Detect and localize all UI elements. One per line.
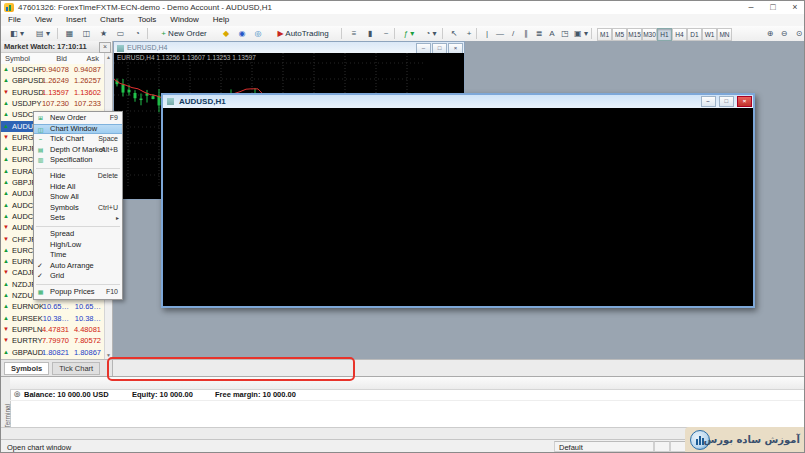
cursor-icon[interactable]: ↖: [446, 27, 462, 41]
child-close-icon[interactable]: ×: [737, 96, 752, 107]
bars-icon[interactable]: ≡: [346, 27, 362, 41]
market-watch-header: Market Watch: 17:10:11: [1, 41, 112, 53]
market-watch-row[interactable]: ▲EURNOK10.65…10.65…: [1, 301, 105, 312]
market-watch-close-icon[interactable]: ×: [99, 42, 111, 53]
market-watch-tab-tick-chart[interactable]: Tick Chart: [52, 362, 100, 375]
menu-item-symbols[interactable]: SymbolsCtrl+U: [34, 203, 122, 214]
menu-item-popup-prices[interactable]: ▦Popup PricesF10: [34, 287, 122, 298]
eurusd-title-bar[interactable]: EURUSD,H4–□×: [114, 42, 464, 53]
market-watch-row[interactable]: ▲GBPAUD1.808211.80867: [1, 347, 105, 358]
scroll-up-icon[interactable]: ▲: [105, 54, 112, 60]
new-order-icon: ⊞: [36, 114, 45, 122]
market-watch-icon: ▦: [66, 29, 74, 38]
eurusd-title: EURUSD,H4: [127, 44, 167, 51]
menu-item-high-low[interactable]: High/Low: [34, 240, 122, 251]
market-watch-row[interactable]: ▼EURUSD1.135971.13602: [1, 87, 105, 98]
expert-advisors-icon[interactable]: ◉: [234, 27, 250, 41]
menu-item-hide[interactable]: HideDelete: [34, 171, 122, 182]
navigator-icon[interactable]: ★: [95, 27, 112, 41]
profile-cell[interactable]: Default: [554, 441, 654, 452]
strategy-tester-icon: ◔: [135, 29, 140, 38]
menu-file[interactable]: File: [1, 14, 28, 25]
fibo-icon[interactable]: ≣: [532, 27, 546, 41]
menu-item-show-all[interactable]: Show All: [34, 192, 122, 203]
market-watch-row[interactable]: ▼EURTRY7.799707.80572: [1, 335, 105, 346]
timeframe-w1[interactable]: W1: [702, 28, 717, 41]
market-watch-icon[interactable]: ▦: [61, 27, 78, 41]
column-ask[interactable]: Ask: [86, 54, 99, 63]
indicators-button[interactable]: ƒ ▾: [398, 27, 420, 41]
trendline-icon: /: [512, 29, 514, 38]
menu-item-depth-of-market[interactable]: ▤Depth Of MarketAlt+B: [34, 145, 122, 156]
menu-item-chart-window[interactable]: ◫Chart Window: [34, 124, 122, 135]
timeframe-m1[interactable]: M1: [597, 28, 612, 41]
menu-item-hide-all[interactable]: Hide All: [34, 182, 122, 193]
timeframe-h4[interactable]: H4: [672, 28, 687, 41]
timeframe-h1[interactable]: H1: [657, 28, 672, 41]
market-watch-row[interactable]: ▲USDJPY107.230107.233: [1, 98, 105, 109]
menu-item-new-order[interactable]: ⊞New OrderF9: [34, 113, 122, 124]
menu-item-tick-chart[interactable]: ~Tick ChartSpace: [34, 134, 122, 145]
navigator-icon: ★: [100, 29, 107, 38]
autotrading-button[interactable]: ▶ AutoTrading: [267, 27, 339, 41]
child-restore-icon[interactable]: □: [719, 96, 734, 107]
metaeditor-icon[interactable]: ◆: [218, 27, 234, 41]
menu-window[interactable]: Window: [163, 14, 205, 25]
menu-insert[interactable]: Insert: [59, 14, 93, 25]
app-icon: [4, 3, 14, 12]
channel-icon[interactable]: ∥: [519, 27, 533, 41]
audusd-title-bar[interactable]: AUDUSD,H1 – □ ×: [163, 95, 753, 108]
market-watch-row[interactable]: ▼EURPLN4.478314.48081: [1, 324, 105, 335]
market-watch-row[interactable]: ▲GBPUSD1.262491.26257: [1, 75, 105, 86]
periods-button[interactable]: ◔ ▾: [420, 27, 442, 41]
close-icon[interactable]: ×: [784, 1, 805, 14]
zoom-in-icon[interactable]: ⊕: [763, 27, 777, 41]
timeframe-m5[interactable]: M5: [612, 28, 627, 41]
timeframe-m15[interactable]: M15: [627, 28, 642, 41]
audusd-chart-body[interactable]: [163, 108, 753, 306]
market-watch-tab-symbols[interactable]: Symbols: [4, 362, 49, 375]
timeframe-mn[interactable]: MN: [717, 28, 732, 41]
profiles-button[interactable]: ▤ ▾: [30, 27, 56, 41]
menu-item-specification[interactable]: ▥Specification: [34, 155, 122, 166]
menu-item-grid[interactable]: ✓Grid: [34, 271, 122, 282]
menu-charts[interactable]: Charts: [93, 14, 131, 25]
tick-chart-icon: ~: [36, 135, 45, 143]
child-minimize-icon[interactable]: –: [701, 96, 716, 107]
strategy-tester-icon[interactable]: ◔: [129, 27, 146, 41]
shapes-button[interactable]: ▣ ▾: [571, 27, 591, 41]
vline-icon[interactable]: |: [480, 27, 494, 41]
menu-item-spread[interactable]: Spread: [34, 229, 122, 240]
new-order-button[interactable]: + New Order: [151, 27, 217, 41]
hline-icon[interactable]: ―: [493, 27, 507, 41]
label-icon[interactable]: ◳: [558, 27, 572, 41]
timeframe-d1[interactable]: D1: [687, 28, 702, 41]
crosshair-icon[interactable]: +: [461, 27, 477, 41]
zoom-out-icon[interactable]: ⊖: [777, 27, 791, 41]
menu-view[interactable]: View: [28, 14, 59, 25]
search-icon[interactable]: ⊙: [792, 27, 805, 41]
minimize-icon[interactable]: –: [740, 1, 762, 14]
text-icon[interactable]: A: [545, 27, 559, 41]
menu-tools[interactable]: Tools: [131, 14, 164, 25]
line-chart-icon[interactable]: ~: [378, 27, 394, 41]
column-bid[interactable]: Bid: [56, 54, 67, 63]
data-window-icon[interactable]: ◫: [78, 27, 95, 41]
column-symbol[interactable]: Symbol: [5, 54, 30, 63]
new-chart-button[interactable]: ◧ ▾: [4, 27, 30, 41]
menu-help[interactable]: Help: [206, 14, 236, 25]
trendline-icon[interactable]: /: [506, 27, 520, 41]
terminal-icon[interactable]: ▭: [112, 27, 129, 41]
maximize-icon[interactable]: □: [762, 1, 784, 14]
menu-item-sets[interactable]: Sets▸: [34, 213, 122, 224]
timeframe-m30[interactable]: M30: [642, 28, 657, 41]
audusd-chart-window[interactable]: AUDUSD,H1 – □ ×: [161, 93, 755, 308]
bid-value: 1.26249: [42, 76, 69, 85]
menu-item-time[interactable]: Time: [34, 250, 122, 261]
menu-item-auto-arrange[interactable]: ✓Auto Arrange: [34, 261, 122, 272]
candles-icon[interactable]: ▮: [362, 27, 378, 41]
market-watch-row[interactable]: ▲USDCHF0.940780.94087: [1, 64, 105, 75]
market-watch-row[interactable]: ▲EURSEK10.38…10.38…: [1, 313, 105, 324]
symbol-name: EURTRY: [12, 336, 43, 345]
web-icon[interactable]: ◎: [250, 27, 266, 41]
